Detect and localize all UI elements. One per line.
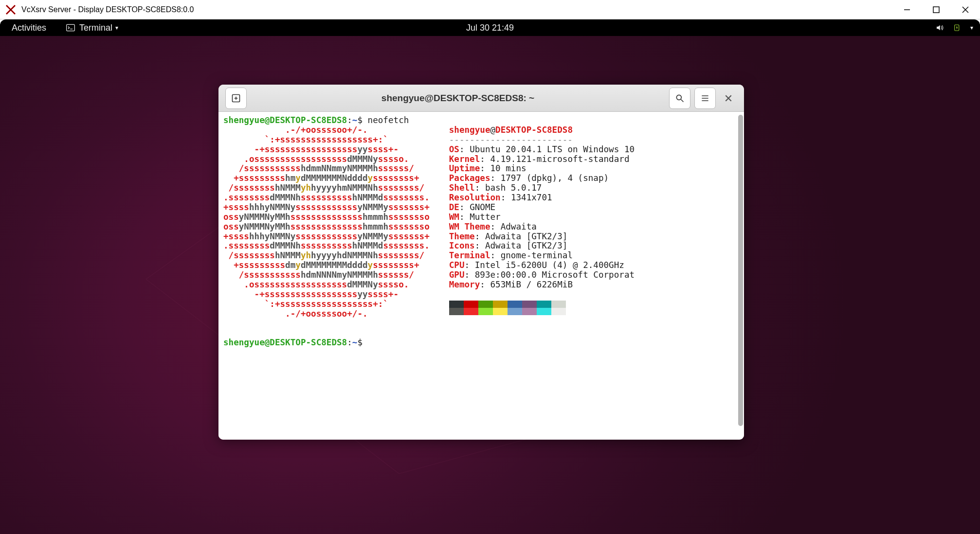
terminal-close-button[interactable] (718, 94, 739, 102)
terminal-headerbar: shengyue@DESKTOP-SC8EDS8: ~ (218, 85, 744, 112)
activities-button[interactable]: Activities (7, 23, 51, 33)
new-tab-button[interactable] (225, 88, 247, 109)
minimize-button[interactable] (892, 0, 922, 19)
svg-rect-1 (933, 7, 939, 13)
neofetch-logo: .-/+oossssoo+/-. `:+ssssssssssssssssss+:… (223, 125, 430, 319)
terminal-app-icon (66, 23, 75, 33)
terminal-body[interactable]: shengyue@DESKTOP-SC8EDS8:~$ neofetch .-/… (218, 112, 744, 440)
info-row: Resolution: 1341x701 (449, 193, 635, 203)
info-row: Uptime: 10 mins (449, 164, 635, 174)
info-userhost: shengyue@DESKTOP-SC8EDS8 (449, 125, 635, 135)
info-row: Shell: bash 5.0.17 (449, 183, 635, 193)
terminal-window: shengyue@DESKTOP-SC8EDS8: ~ shengyue@DES… (218, 85, 744, 440)
info-row: Terminal: gnome-terminal (449, 251, 635, 261)
color-swatch (551, 301, 566, 308)
color-swatch (537, 301, 551, 308)
windows-controls (892, 0, 980, 19)
scrollbar-thumb[interactable] (738, 115, 743, 426)
hamburger-menu-button[interactable] (694, 88, 716, 109)
info-row: Icons: Adwaita [GTK2/3] (449, 241, 635, 251)
info-row: GPU: 893e:00:00.0 Microsoft Corporat (449, 270, 635, 280)
color-swatch (493, 308, 508, 315)
prompt-cwd: ~ (352, 115, 358, 125)
color-swatch (522, 308, 537, 315)
maximize-button[interactable] (922, 0, 951, 19)
prompt-line-2: shengyue@DESKTOP-SC8EDS8:~$ (223, 338, 368, 347)
search-button[interactable] (669, 88, 690, 109)
info-dashes: ------------------------ (449, 135, 635, 145)
volume-icon (935, 23, 944, 32)
windows-titlebar: VcXsrv Server - Display DESKTOP-SC8EDS8:… (0, 0, 980, 19)
command-entered: neofetch (368, 115, 409, 125)
info-row: WM: Mutter (449, 213, 635, 222)
topbar-app-label: Terminal (79, 23, 112, 33)
color-swatch (478, 301, 493, 308)
color-palette (449, 301, 635, 315)
topbar-app-menu[interactable]: Terminal ▾ (66, 23, 118, 33)
color-swatch (537, 308, 551, 315)
color-swatch (508, 308, 522, 315)
neofetch-info: shengyue@DESKTOP-SC8EDS8----------------… (449, 125, 635, 319)
gnome-topbar: Activities Terminal ▾ Jul 30 21:49 ▾ (0, 19, 980, 36)
topbar-status-area[interactable]: ▾ (935, 23, 973, 32)
color-swatch (508, 301, 522, 308)
color-swatch (464, 301, 478, 308)
color-swatch (551, 308, 566, 315)
chevron-down-icon: ▾ (115, 24, 118, 31)
info-row: Kernel: 4.19.121-microsoft-standard (449, 155, 635, 164)
windows-title: VcXsrv Server - Display DESKTOP-SC8EDS8:… (21, 5, 194, 14)
color-swatch (449, 308, 464, 315)
svg-rect-4 (67, 24, 75, 31)
color-swatch (449, 301, 464, 308)
power-icon (953, 23, 962, 32)
color-swatch (464, 308, 478, 315)
info-row: DE: GNOME (449, 203, 635, 213)
svg-point-9 (676, 95, 681, 100)
prompt-userhost: shengyue@DESKTOP-SC8EDS8 (223, 115, 347, 125)
info-row: WM Theme: Adwaita (449, 222, 635, 232)
color-swatch (522, 301, 537, 308)
info-row: OS: Ubuntu 20.04.1 LTS on Windows 10 (449, 145, 635, 155)
vcxsrv-icon (5, 4, 17, 16)
info-row: Packages: 1797 (dpkg), 4 (snap) (449, 174, 635, 183)
info-row: CPU: Intel i5-6200U (4) @ 2.400GHz (449, 261, 635, 270)
terminal-title: shengyue@DESKTOP-SC8EDS8: ~ (249, 93, 667, 104)
color-swatch (478, 308, 493, 315)
info-row: Memory: 653MiB / 6226MiB (449, 280, 635, 290)
close-button[interactable] (951, 0, 980, 19)
chevron-down-icon: ▾ (970, 24, 973, 31)
color-swatch (493, 301, 508, 308)
info-row: Theme: Adwaita [GTK2/3] (449, 232, 635, 242)
svg-line-10 (681, 99, 684, 102)
prompt-line-1: shengyue@DESKTOP-SC8EDS8:~$ neofetch (223, 115, 409, 125)
topbar-clock[interactable]: Jul 30 21:49 (466, 23, 514, 33)
neofetch-output: .-/+oossssoo+/-. `:+ssssssssssssssssss+:… (223, 125, 739, 319)
desktop[interactable]: shengyue@DESKTOP-SC8EDS8: ~ shengyue@DES… (0, 36, 980, 534)
